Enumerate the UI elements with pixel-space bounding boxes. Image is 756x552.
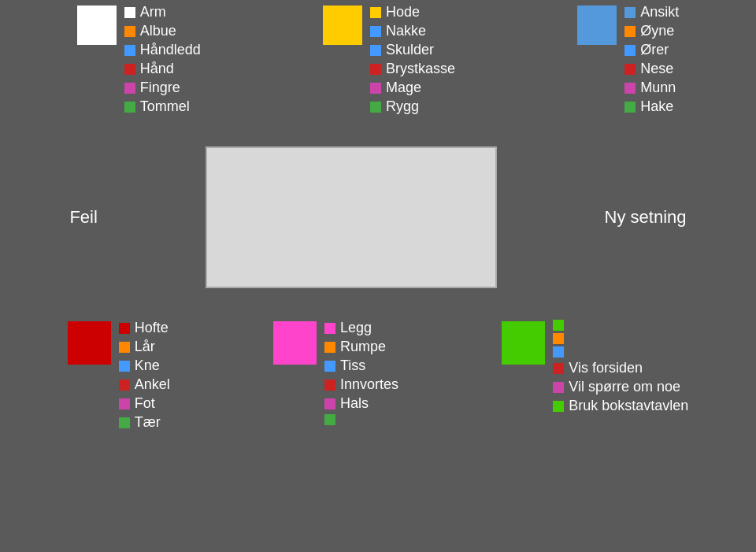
text-input-box[interactable] <box>206 146 497 288</box>
color-swatch <box>370 102 381 113</box>
item-label: Legg <box>340 320 372 336</box>
col-hode-big-swatch <box>323 6 362 45</box>
list-item-øyne[interactable]: Øyne <box>624 23 679 39</box>
list-item-kne[interactable]: Kne <box>119 358 170 374</box>
ny-setning-label[interactable]: Ny setning <box>605 207 687 228</box>
list-item-tær[interactable]: Tær <box>119 414 170 431</box>
list-item-ører[interactable]: Ører <box>624 42 679 58</box>
list-item-hånd[interactable]: Hånd <box>124 61 201 77</box>
item-label: Bruk bokstavtavlen <box>569 398 688 414</box>
list-item-[interactable] <box>553 320 688 331</box>
list-item-innvortes[interactable]: Innvortes <box>324 376 398 393</box>
item-label: Vis forsiden <box>569 360 643 376</box>
item-label: Albue <box>140 23 176 39</box>
list-item-rygg[interactable]: Rygg <box>370 98 455 115</box>
list-item-tiss[interactable]: Tiss <box>324 358 398 374</box>
item-label: Skulder <box>386 42 434 58</box>
list-item-brystkasse[interactable]: Brystkasse <box>370 61 455 77</box>
item-label: Innvortes <box>340 376 398 393</box>
list-item-ansikt[interactable]: Ansikt <box>624 4 679 20</box>
color-swatch <box>370 45 381 56</box>
color-swatch <box>553 333 564 344</box>
col-hode: HodeNakkeSkulderBrystkasseMageRygg <box>323 4 455 115</box>
item-label: Hånd <box>140 61 174 77</box>
color-swatch <box>124 83 135 94</box>
list-item-[interactable] <box>324 414 398 425</box>
list-item-hode[interactable]: Hode <box>370 4 455 20</box>
list-item-[interactable] <box>553 333 688 344</box>
color-swatch <box>119 380 130 391</box>
col-arm: ArmAlbueHåndleddHåndFingreTommel <box>77 4 201 115</box>
color-swatch <box>370 26 381 37</box>
list-item-lår[interactable]: Lår <box>119 339 170 355</box>
item-label: Hals <box>340 395 369 412</box>
col-arm-big-swatch <box>77 6 117 45</box>
item-label: Håndledd <box>140 42 201 58</box>
list-item-legg[interactable]: Legg <box>324 320 398 336</box>
list-item-albue[interactable]: Albue <box>124 23 201 39</box>
color-swatch <box>553 401 564 412</box>
list-item-[interactable] <box>553 346 688 358</box>
list-item-vis-forsiden[interactable]: Vis forsiden <box>553 360 688 376</box>
middle-section: Feil Ny setning <box>0 131 756 304</box>
color-swatch <box>324 414 335 425</box>
item-label: Arm <box>140 4 166 20</box>
list-item-vil-spørre-om-noe[interactable]: Vil spørre om noe <box>553 379 688 395</box>
list-item-munn[interactable]: Munn <box>624 80 679 96</box>
color-swatch <box>119 417 130 428</box>
color-swatch <box>624 83 636 94</box>
color-swatch <box>624 45 636 56</box>
item-label: Hofte <box>135 320 169 336</box>
color-swatch <box>124 7 135 18</box>
item-label: Mage <box>386 80 421 96</box>
list-item-fot[interactable]: Fot <box>119 395 170 412</box>
color-swatch <box>553 363 564 374</box>
item-label: Hake <box>640 98 673 115</box>
item-label: Rygg <box>386 98 419 115</box>
item-label: Lår <box>135 339 155 355</box>
list-item-fingre[interactable]: Fingre <box>124 80 201 96</box>
item-label: Tommel <box>140 98 190 115</box>
color-swatch <box>119 342 130 353</box>
item-label: Kne <box>135 358 160 374</box>
col-right: Vis forsidenVil spørre om noeBruk boksta… <box>502 320 688 431</box>
list-item-hals[interactable]: Hals <box>324 395 398 412</box>
list-item-bruk-bokstavtavlen[interactable]: Bruk bokstavtavlen <box>553 398 688 414</box>
col-ansikt: AnsiktØyneØrerNeseMunnHake <box>577 4 679 115</box>
list-item-arm[interactable]: Arm <box>124 4 201 20</box>
list-item-tommel[interactable]: Tommel <box>124 98 201 115</box>
list-item-håndledd[interactable]: Håndledd <box>124 42 201 58</box>
list-item-ankel[interactable]: Ankel <box>119 376 170 393</box>
color-swatch <box>370 64 381 75</box>
color-swatch <box>553 346 564 358</box>
color-swatch <box>624 26 636 37</box>
item-label: Munn <box>640 80 676 96</box>
list-item-mage[interactable]: Mage <box>370 80 455 96</box>
item-label: Fot <box>135 395 155 412</box>
list-item-skulder[interactable]: Skulder <box>370 42 455 58</box>
color-swatch <box>124 64 135 75</box>
color-swatch <box>124 45 135 56</box>
item-label: Ansikt <box>640 4 679 20</box>
feil-label[interactable]: Feil <box>69 207 97 228</box>
item-label: Nese <box>640 61 673 77</box>
color-swatch <box>553 320 564 331</box>
color-swatch <box>624 102 636 113</box>
color-swatch <box>324 323 335 334</box>
list-item-hofte[interactable]: Hofte <box>119 320 170 336</box>
list-item-nakke[interactable]: Nakke <box>370 23 455 39</box>
item-label: Hode <box>386 4 420 20</box>
top-section: ArmAlbueHåndleddHåndFingreTommelHodeNakk… <box>0 0 756 123</box>
color-swatch <box>124 102 135 113</box>
list-item-hake[interactable]: Hake <box>624 98 679 115</box>
list-item-nese[interactable]: Nese <box>624 61 679 77</box>
item-label: Øyne <box>640 23 674 39</box>
item-label: Nakke <box>386 23 426 39</box>
item-label: Fingre <box>140 80 180 96</box>
list-item-rumpe[interactable]: Rumpe <box>324 339 398 355</box>
col-hofte-big-swatch <box>68 321 111 365</box>
col-right-big-swatch <box>502 321 545 365</box>
color-swatch <box>624 64 636 75</box>
color-swatch <box>553 382 564 393</box>
item-label: Brystkasse <box>386 61 455 77</box>
